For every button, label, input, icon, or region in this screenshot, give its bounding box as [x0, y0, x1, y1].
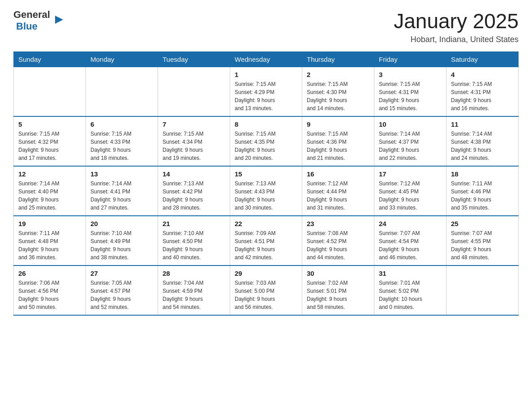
day-info: Sunrise: 7:10 AM Sunset: 4:50 PM Dayligh… — [163, 229, 225, 261]
calendar-cell: 26Sunrise: 7:06 AM Sunset: 4:56 PM Dayli… — [14, 265, 86, 315]
weekday-header-tuesday: Tuesday — [158, 52, 230, 67]
week-row-3: 12Sunrise: 7:14 AM Sunset: 4:40 PM Dayli… — [14, 166, 519, 216]
calendar-cell: 5Sunrise: 7:15 AM Sunset: 4:32 PM Daylig… — [14, 116, 86, 166]
day-number: 12 — [18, 170, 81, 178]
day-number: 16 — [307, 170, 369, 178]
page-subtitle: Hobart, Indiana, United States — [394, 35, 519, 44]
logo-blue-text: Blue — [16, 21, 38, 32]
calendar-cell: 4Sunrise: 7:15 AM Sunset: 4:31 PM Daylig… — [446, 67, 519, 117]
day-number: 5 — [18, 120, 81, 128]
calendar-cell: 17Sunrise: 7:12 AM Sunset: 4:45 PM Dayli… — [374, 166, 446, 216]
calendar-cell: 31Sunrise: 7:01 AM Sunset: 5:02 PM Dayli… — [374, 265, 446, 315]
calendar-cell — [446, 265, 519, 315]
calendar-cell: 9Sunrise: 7:15 AM Sunset: 4:36 PM Daylig… — [302, 116, 374, 166]
day-info: Sunrise: 7:08 AM Sunset: 4:52 PM Dayligh… — [307, 229, 369, 261]
svg-marker-0 — [55, 16, 63, 24]
day-info: Sunrise: 7:02 AM Sunset: 5:01 PM Dayligh… — [307, 279, 369, 311]
calendar-cell: 18Sunrise: 7:11 AM Sunset: 4:46 PM Dayli… — [446, 166, 519, 216]
page-header: General Blue January 2025 Hobart, Indian… — [13, 9, 519, 44]
calendar-cell: 2Sunrise: 7:15 AM Sunset: 4:30 PM Daylig… — [302, 67, 374, 117]
calendar-cell: 22Sunrise: 7:09 AM Sunset: 4:51 PM Dayli… — [230, 216, 302, 265]
week-row-2: 5Sunrise: 7:15 AM Sunset: 4:32 PM Daylig… — [14, 116, 519, 166]
page-title: January 2025 — [394, 9, 519, 33]
calendar-cell: 10Sunrise: 7:14 AM Sunset: 4:37 PM Dayli… — [374, 116, 446, 166]
calendar-cell: 23Sunrise: 7:08 AM Sunset: 4:52 PM Dayli… — [302, 216, 374, 265]
logo-general-text: General — [13, 9, 50, 21]
day-number: 15 — [235, 170, 297, 178]
day-number: 9 — [307, 120, 369, 128]
day-info: Sunrise: 7:15 AM Sunset: 4:32 PM Dayligh… — [18, 130, 81, 162]
weekday-header-monday: Monday — [86, 52, 158, 67]
day-info: Sunrise: 7:14 AM Sunset: 4:41 PM Dayligh… — [90, 180, 153, 212]
weekday-header-row: SundayMondayTuesdayWednesdayThursdayFrid… — [14, 52, 519, 67]
day-info: Sunrise: 7:11 AM Sunset: 4:48 PM Dayligh… — [18, 229, 81, 261]
day-info: Sunrise: 7:01 AM Sunset: 5:02 PM Dayligh… — [379, 279, 442, 311]
day-number: 24 — [379, 220, 442, 227]
day-number: 21 — [163, 220, 225, 227]
day-number: 29 — [235, 270, 297, 277]
day-number: 22 — [235, 220, 297, 227]
day-info: Sunrise: 7:15 AM Sunset: 4:36 PM Dayligh… — [307, 130, 369, 162]
day-number: 3 — [379, 71, 442, 78]
day-number: 4 — [451, 71, 514, 78]
calendar-cell: 14Sunrise: 7:13 AM Sunset: 4:42 PM Dayli… — [158, 166, 230, 216]
calendar-cell: 1Sunrise: 7:15 AM Sunset: 4:29 PM Daylig… — [230, 67, 302, 117]
day-number: 19 — [18, 220, 81, 227]
day-info: Sunrise: 7:14 AM Sunset: 4:38 PM Dayligh… — [451, 130, 514, 162]
day-number: 10 — [379, 120, 442, 128]
day-info: Sunrise: 7:15 AM Sunset: 4:30 PM Dayligh… — [307, 80, 369, 112]
title-section: January 2025 Hobart, Indiana, United Sta… — [394, 9, 519, 44]
calendar-cell: 25Sunrise: 7:07 AM Sunset: 4:55 PM Dayli… — [446, 216, 519, 265]
calendar-cell: 29Sunrise: 7:03 AM Sunset: 5:00 PM Dayli… — [230, 265, 302, 315]
day-number: 23 — [307, 220, 369, 227]
logo: General Blue — [13, 9, 54, 32]
calendar-cell: 6Sunrise: 7:15 AM Sunset: 4:33 PM Daylig… — [86, 116, 158, 166]
weekday-header-saturday: Saturday — [446, 52, 519, 67]
weekday-header-sunday: Sunday — [14, 52, 86, 67]
calendar-cell: 3Sunrise: 7:15 AM Sunset: 4:31 PM Daylig… — [374, 67, 446, 117]
calendar-cell: 7Sunrise: 7:15 AM Sunset: 4:34 PM Daylig… — [158, 116, 230, 166]
day-number: 1 — [235, 71, 297, 78]
day-info: Sunrise: 7:15 AM Sunset: 4:35 PM Dayligh… — [235, 130, 297, 162]
calendar-cell: 11Sunrise: 7:14 AM Sunset: 4:38 PM Dayli… — [446, 116, 519, 166]
day-number: 18 — [451, 170, 514, 178]
weekday-header-thursday: Thursday — [302, 52, 374, 67]
day-info: Sunrise: 7:12 AM Sunset: 4:45 PM Dayligh… — [379, 180, 442, 212]
calendar-cell: 21Sunrise: 7:10 AM Sunset: 4:50 PM Dayli… — [158, 216, 230, 265]
week-row-1: 1Sunrise: 7:15 AM Sunset: 4:29 PM Daylig… — [14, 67, 519, 117]
day-info: Sunrise: 7:15 AM Sunset: 4:33 PM Dayligh… — [90, 130, 153, 162]
calendar-cell: 13Sunrise: 7:14 AM Sunset: 4:41 PM Dayli… — [86, 166, 158, 216]
calendar-cell: 15Sunrise: 7:13 AM Sunset: 4:43 PM Dayli… — [230, 166, 302, 216]
day-number: 20 — [90, 220, 153, 227]
day-number: 30 — [307, 270, 369, 277]
day-info: Sunrise: 7:13 AM Sunset: 4:43 PM Dayligh… — [235, 180, 297, 212]
calendar-cell — [86, 67, 158, 117]
day-info: Sunrise: 7:06 AM Sunset: 4:56 PM Dayligh… — [18, 279, 81, 311]
weekday-header-friday: Friday — [374, 52, 446, 67]
day-number: 13 — [90, 170, 153, 178]
day-info: Sunrise: 7:14 AM Sunset: 4:37 PM Dayligh… — [379, 130, 442, 162]
calendar-cell: 28Sunrise: 7:04 AM Sunset: 4:59 PM Dayli… — [158, 265, 230, 315]
calendar-table: SundayMondayTuesdayWednesdayThursdayFrid… — [13, 51, 519, 316]
day-info: Sunrise: 7:12 AM Sunset: 4:44 PM Dayligh… — [307, 180, 369, 212]
day-info: Sunrise: 7:15 AM Sunset: 4:31 PM Dayligh… — [379, 80, 442, 112]
day-info: Sunrise: 7:04 AM Sunset: 4:59 PM Dayligh… — [163, 279, 225, 311]
calendar-cell — [158, 67, 230, 117]
calendar-cell: 8Sunrise: 7:15 AM Sunset: 4:35 PM Daylig… — [230, 116, 302, 166]
calendar-cell: 16Sunrise: 7:12 AM Sunset: 4:44 PM Dayli… — [302, 166, 374, 216]
calendar-cell — [14, 67, 86, 117]
week-row-4: 19Sunrise: 7:11 AM Sunset: 4:48 PM Dayli… — [14, 216, 519, 265]
day-number: 28 — [163, 270, 225, 277]
day-number: 25 — [451, 220, 514, 227]
day-number: 17 — [379, 170, 442, 178]
day-info: Sunrise: 7:15 AM Sunset: 4:34 PM Dayligh… — [163, 130, 225, 162]
day-info: Sunrise: 7:11 AM Sunset: 4:46 PM Dayligh… — [451, 180, 514, 212]
day-number: 7 — [163, 120, 225, 128]
day-info: Sunrise: 7:07 AM Sunset: 4:54 PM Dayligh… — [379, 229, 442, 261]
week-row-5: 26Sunrise: 7:06 AM Sunset: 4:56 PM Dayli… — [14, 265, 519, 315]
day-number: 14 — [163, 170, 225, 178]
day-info: Sunrise: 7:15 AM Sunset: 4:31 PM Dayligh… — [451, 80, 514, 112]
day-number: 27 — [90, 270, 153, 277]
day-info: Sunrise: 7:10 AM Sunset: 4:49 PM Dayligh… — [90, 229, 153, 261]
day-info: Sunrise: 7:07 AM Sunset: 4:55 PM Dayligh… — [451, 229, 514, 261]
